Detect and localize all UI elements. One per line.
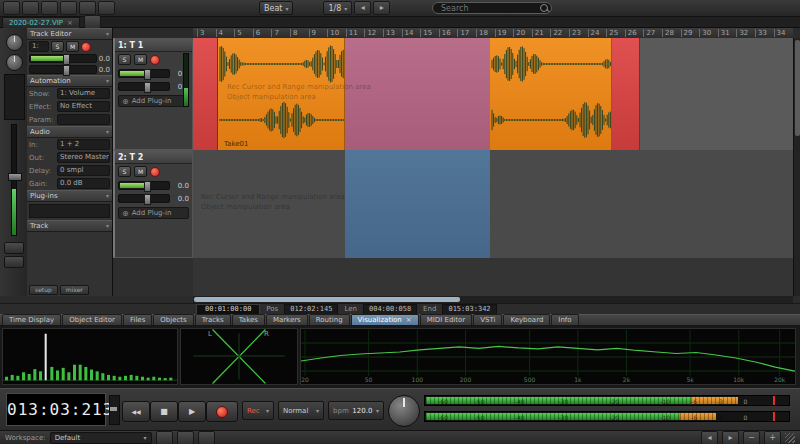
pan-handle[interactable] xyxy=(63,65,70,76)
horizontal-scrollbar[interactable] xyxy=(193,296,793,303)
master-knob-2[interactable] xyxy=(6,54,23,71)
master-knob-1[interactable] xyxy=(6,34,23,51)
master-fader[interactable] xyxy=(11,124,17,236)
track-header-1[interactable]: 1: T 1 S M 0.0 0.0 ⊕ Add Plug-in xyxy=(113,38,193,150)
solo-button[interactable]: S xyxy=(51,41,64,52)
record-arm-button[interactable] xyxy=(150,167,160,177)
tab-tracks[interactable]: Tracks xyxy=(195,314,231,325)
track-volume-slider[interactable] xyxy=(118,181,170,190)
automation-section-header[interactable]: Automation xyxy=(27,75,112,87)
volume-handle[interactable] xyxy=(63,54,70,65)
track-volume-slider[interactable] xyxy=(118,69,170,78)
tab-info[interactable]: Info xyxy=(551,314,578,325)
collapse-icon[interactable] xyxy=(106,128,109,136)
horizontal-scroll-thumb[interactable] xyxy=(194,297,460,302)
tab-vsti[interactable]: VSTi xyxy=(473,314,502,325)
tempo-field[interactable]: bpm 120.0 xyxy=(328,401,384,420)
nav-left-icon[interactable]: ◂ xyxy=(354,1,371,15)
volume-handle[interactable] xyxy=(144,69,151,80)
editor-pan-slider[interactable] xyxy=(29,65,97,74)
output-dropdown[interactable]: Stereo Master xyxy=(57,152,110,163)
master-mute-button[interactable] xyxy=(4,242,24,254)
vertical-scroll-thumb[interactable] xyxy=(795,40,800,136)
plugins-list[interactable] xyxy=(29,204,110,218)
tab-files[interactable]: Files xyxy=(123,314,152,325)
track-title-bar[interactable]: 2: T 2 xyxy=(115,151,192,164)
tab-close-icon[interactable]: × xyxy=(406,315,412,325)
mute-button[interactable]: M xyxy=(66,41,79,52)
add-plugin-button[interactable]: ⊕ Add Plug-in xyxy=(118,207,189,219)
vertical-scrollbar[interactable] xyxy=(793,38,800,296)
scroll-right-button[interactable]: ▸ xyxy=(722,431,739,444)
tab-keyboard[interactable]: Keyboard xyxy=(503,314,550,325)
tab-markers[interactable]: Markers xyxy=(266,314,308,325)
track-pan-slider[interactable] xyxy=(118,82,170,91)
tab-visualization[interactable]: Visualization× xyxy=(351,314,419,325)
audio-clip-red[interactable] xyxy=(612,38,640,150)
statusbar-icon-1[interactable] xyxy=(156,431,173,444)
statusbar-icon-3[interactable] xyxy=(198,431,215,444)
track-number-dropdown[interactable]: 1: xyxy=(29,41,49,52)
track-pan-slider[interactable] xyxy=(118,194,170,203)
search-input[interactable] xyxy=(432,2,552,14)
delay-field[interactable]: 0 smpl xyxy=(57,165,110,176)
track-lane-2[interactable]: Rec Cursor and Range manipulation area O… xyxy=(193,150,793,259)
tempo-mode-dropdown[interactable]: Beat xyxy=(259,1,293,15)
play-button[interactable]: ▶ xyxy=(178,401,206,422)
mute-button[interactable]: M xyxy=(134,54,147,65)
rewind-button[interactable]: ◀◀ xyxy=(122,401,150,422)
audio-clip-red[interactable] xyxy=(193,38,218,150)
scroll-left-button[interactable]: ◂ xyxy=(701,431,718,444)
new-project-icon[interactable] xyxy=(3,1,20,15)
close-icon[interactable]: × xyxy=(67,19,73,27)
tab-takes[interactable]: Takes xyxy=(232,314,265,325)
save-project-icon[interactable] xyxy=(41,1,58,15)
master-fader-handle[interactable] xyxy=(8,173,22,181)
selection-range[interactable] xyxy=(345,150,490,258)
plugins-section-header[interactable]: Plug-ins xyxy=(27,190,112,202)
open-project-icon[interactable] xyxy=(22,1,39,15)
pin-icon[interactable] xyxy=(84,15,101,29)
pan-handle[interactable] xyxy=(144,82,151,93)
solo-button[interactable]: S xyxy=(118,166,131,177)
input-dropdown[interactable]: 1 + 2 xyxy=(57,139,110,150)
editor-volume-slider[interactable] xyxy=(29,54,97,63)
collapse-icon[interactable] xyxy=(106,30,109,38)
zoom-in-button[interactable]: + xyxy=(764,431,781,444)
show-dropdown[interactable]: 1: Volume xyxy=(57,88,110,99)
tab-midi-editor[interactable]: MIDI Editor xyxy=(420,314,473,325)
gain-field[interactable]: 0.0 dB xyxy=(57,178,110,189)
transport-fader[interactable] xyxy=(109,395,120,425)
tab-routing[interactable]: Routing xyxy=(309,314,350,325)
track-title-bar[interactable]: 1: T 1 xyxy=(115,39,192,52)
collapse-icon[interactable] xyxy=(106,222,109,230)
zoom-out-button[interactable]: − xyxy=(743,431,760,444)
transport-fader-handle[interactable] xyxy=(110,407,117,411)
stop-button[interactable]: ■ xyxy=(150,401,178,422)
statusbar-icon-2[interactable] xyxy=(177,431,194,444)
parameter-dropdown[interactable] xyxy=(57,114,110,125)
track-editor-header[interactable]: Track Editor xyxy=(27,28,112,40)
tab-object-editor[interactable]: Object Editor xyxy=(62,314,122,325)
mute-button[interactable]: M xyxy=(134,166,147,177)
track-lane-1[interactable]: Take01 Rec Cursor and Range manipulation… xyxy=(193,38,793,151)
add-plugin-button[interactable]: ⊕ Add Plug-in xyxy=(118,95,189,107)
pan-handle[interactable] xyxy=(144,194,151,205)
audio-clip[interactable] xyxy=(490,38,612,150)
volume-handle[interactable] xyxy=(144,181,151,192)
project-tab[interactable]: 2020-02-27.VIP × xyxy=(2,17,80,28)
nav-right-icon[interactable]: ▸ xyxy=(373,1,390,15)
tab-time-display[interactable]: Time Display xyxy=(2,314,61,325)
track-header-2[interactable]: 2: T 2 S M 0.0 0.0 ⊕ Add Plug-in xyxy=(113,150,193,258)
setup-tab[interactable]: setup xyxy=(29,285,58,295)
tab-objects[interactable]: Objects xyxy=(153,314,193,325)
play-mode-dropdown[interactable]: Normal xyxy=(278,401,324,420)
record-button[interactable] xyxy=(206,401,238,422)
collapse-icon[interactable] xyxy=(106,77,109,85)
effect-dropdown[interactable]: No Effect xyxy=(57,101,110,112)
audio-section-header[interactable]: Audio xyxy=(27,126,112,138)
track-section-header[interactable]: Track xyxy=(27,220,112,232)
paste-icon[interactable] xyxy=(98,1,115,15)
cut-icon[interactable] xyxy=(60,1,77,15)
collapse-icon[interactable] xyxy=(106,192,109,200)
